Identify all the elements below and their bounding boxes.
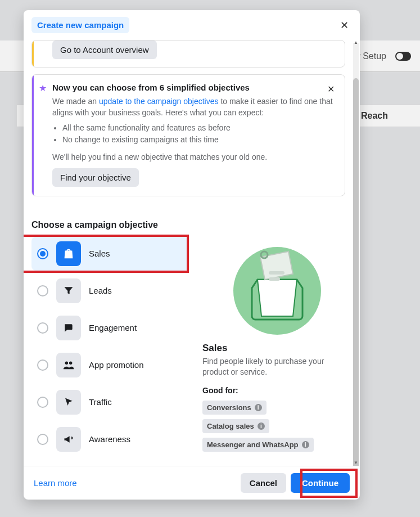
scrollbar-thumb[interactable] — [353, 78, 359, 466]
radio-engagement[interactable] — [37, 322, 48, 334]
continue-button[interactable]: Continue — [291, 473, 350, 493]
list-item: All the same functionality and features … — [62, 122, 336, 134]
modal-body: ▲ ▼ Go to Account overview ✕ ★ Now you c… — [24, 40, 360, 466]
good-for-pills: Conversionsi Catalog salesi Messenger an… — [202, 401, 352, 456]
radio-awareness[interactable] — [37, 434, 48, 445]
cursor-icon — [56, 390, 81, 415]
modal-title-chip: Create new campaign — [31, 17, 129, 33]
pill-messenger-whatsapp: Messenger and WhatsAppi — [202, 438, 314, 452]
objective-label: Engagement — [89, 323, 137, 332]
pill-conversions: Conversionsi — [202, 401, 267, 415]
info-icon[interactable]: i — [258, 422, 265, 430]
objective-label: App promotion — [89, 360, 144, 370]
funnel-icon — [56, 278, 81, 303]
objective-label: Leads — [89, 286, 112, 295]
objective-traffic[interactable]: Traffic — [31, 385, 189, 419]
notice-heading: Now you can choose from 6 simplified obj… — [52, 83, 336, 92]
notice-bullets: All the same functionality and features … — [62, 122, 336, 146]
info-icon[interactable]: i — [302, 441, 309, 448]
learn-more-link[interactable]: Learn more — [34, 478, 77, 488]
cancel-button[interactable]: Cancel — [241, 473, 286, 493]
close-icon[interactable]: ✕ — [336, 17, 352, 33]
radio-app-promotion[interactable] — [37, 359, 48, 371]
objective-label: Traffic — [89, 397, 112, 407]
detail-desc: Find people likely to purchase your prod… — [202, 356, 352, 378]
objective-app-promotion[interactable]: App promotion — [31, 348, 189, 382]
go-to-account-overview-button[interactable]: Go to Account overview — [52, 41, 157, 59]
radio-traffic[interactable] — [37, 397, 48, 408]
create-campaign-modal: Create new campaign ✕ ▲ ▼ Go to Account … — [24, 10, 360, 500]
notice-paragraph-1: We made an update to the campaign object… — [52, 96, 336, 119]
radio-leads[interactable] — [37, 285, 48, 296]
radio-sales[interactable] — [37, 248, 48, 259]
objective-leads[interactable]: Leads — [31, 274, 189, 308]
objectives-update-card: ✕ ★ Now you can choose from 6 simplified… — [31, 74, 345, 196]
svg-point-2 — [65, 361, 69, 365]
svg-point-3 — [69, 361, 73, 365]
notice-paragraph-2: We'll help you find a new objective that… — [52, 151, 336, 163]
choose-objective-heading: Choose a campaign objective — [31, 220, 352, 230]
shopping-bag-icon — [56, 241, 81, 266]
svg-rect-6 — [269, 271, 284, 275]
info-icon[interactable]: i — [255, 404, 262, 411]
list-item: No change to existing campaigns at this … — [62, 134, 336, 146]
objective-awareness[interactable]: Awareness — [31, 422, 189, 456]
scroll-up-arrow[interactable]: ▲ — [353, 40, 359, 46]
chat-icon — [56, 316, 81, 340]
pill-catalog-sales: Catalog salesi — [202, 419, 269, 433]
people-icon — [56, 353, 81, 377]
objective-engagement[interactable]: Engagement — [31, 311, 189, 345]
objective-label: Awareness — [89, 434, 130, 444]
megaphone-icon — [56, 427, 81, 452]
objective-sales[interactable]: Sales — [31, 237, 189, 271]
objective-list: Sales Leads Engagement — [31, 237, 189, 460]
good-for-label: Good for: — [202, 386, 352, 395]
modal-footer: Learn more Cancel Continue — [24, 466, 360, 500]
account-overview-card: Go to Account overview — [31, 40, 345, 68]
svg-rect-7 — [269, 277, 280, 281]
objectives-update-link[interactable]: update to the campaign objectives — [99, 97, 218, 106]
detail-title: Sales — [202, 343, 352, 354]
objective-detail: Sales Find people likely to purchase you… — [202, 237, 352, 456]
star-icon: ★ — [39, 83, 47, 93]
sales-illustration — [229, 240, 325, 336]
scroll-down-arrow[interactable]: ▼ — [353, 460, 359, 466]
objectives-section: Sales Leads Engagement — [31, 237, 352, 460]
find-your-objective-button[interactable]: Find your objective — [52, 168, 139, 187]
objective-label: Sales — [89, 249, 110, 258]
modal-header: Create new campaign ✕ — [24, 10, 360, 40]
